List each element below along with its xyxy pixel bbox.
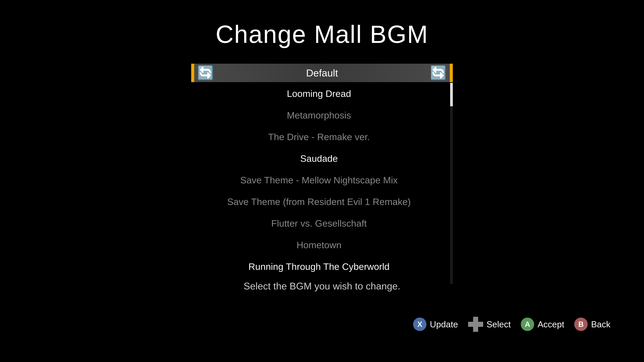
- list-items-wrapper: Looming DreadMetamorphosisThe Drive - Re…: [191, 83, 447, 284]
- page-title: Change Mall BGM: [0, 0, 644, 49]
- list-item[interactable]: Flutter vs. Gesellschaft: [191, 213, 447, 234]
- update-control[interactable]: X Update: [413, 318, 458, 331]
- back-control[interactable]: B Back: [574, 318, 610, 331]
- selected-item-label: Default: [191, 67, 453, 79]
- accept-label: Accept: [538, 319, 564, 329]
- b-button[interactable]: B: [574, 318, 588, 331]
- back-label: Back: [591, 319, 610, 329]
- arrow-right-icon[interactable]: 🔄: [430, 65, 447, 81]
- update-label: Update: [430, 319, 458, 329]
- list-item[interactable]: The Drive - Remake ver.: [191, 126, 447, 148]
- list-item[interactable]: Running Through The Cyberworld: [191, 256, 447, 277]
- selected-row[interactable]: 🔄 Default 🔄: [191, 64, 453, 82]
- bgm-list: Looming DreadMetamorphosisThe Drive - Re…: [191, 83, 447, 284]
- list-item[interactable]: Saudade: [191, 148, 447, 169]
- accept-control[interactable]: A Accept: [521, 318, 564, 331]
- list-item[interactable]: Looming Dread: [191, 83, 447, 104]
- bgm-list-container: 🔄 Default 🔄 Looming DreadMetamorphosisTh…: [191, 64, 453, 284]
- instruction-text: Select the BGM you wish to change.: [244, 280, 400, 292]
- dpad-vertical: [473, 317, 478, 332]
- select-label: Select: [486, 319, 511, 329]
- dpad-button[interactable]: [468, 317, 483, 332]
- list-item[interactable]: Metamorphosis: [191, 104, 447, 126]
- x-button[interactable]: X: [413, 318, 426, 331]
- scrollbar[interactable]: [450, 83, 453, 284]
- a-button[interactable]: A: [521, 318, 534, 331]
- list-item[interactable]: Hometown: [191, 234, 447, 256]
- arrow-left-icon[interactable]: 🔄: [197, 65, 214, 81]
- scroll-wrapper: Looming DreadMetamorphosisThe Drive - Re…: [191, 83, 453, 284]
- controls-bar: X Update Select A Accept B Back: [413, 317, 610, 332]
- list-item[interactable]: Save Theme (from Resident Evil 1 Remake): [191, 191, 447, 213]
- select-control[interactable]: Select: [468, 317, 511, 332]
- list-item[interactable]: Save Theme - Mellow Nightscape Mix: [191, 169, 447, 191]
- scrollbar-thumb: [450, 83, 453, 106]
